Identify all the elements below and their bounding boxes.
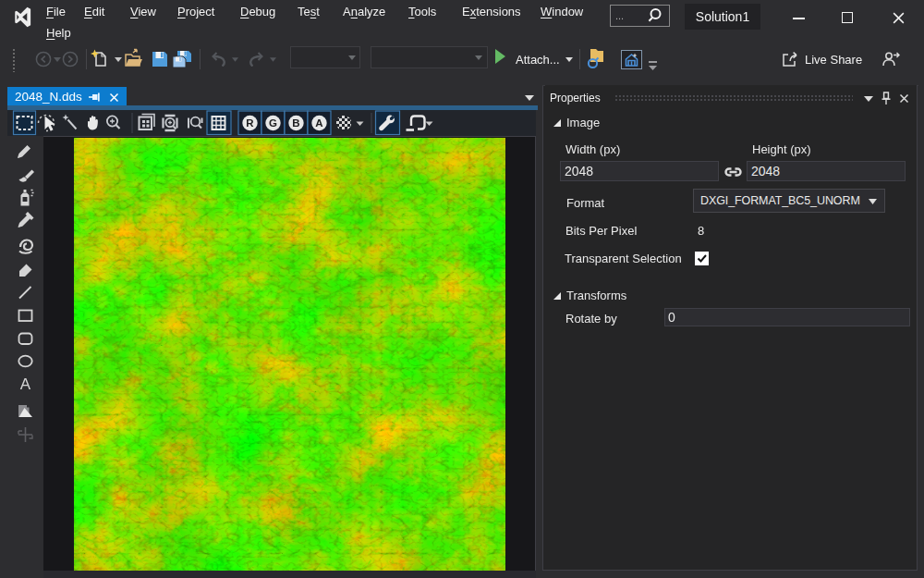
svg-text:A: A [315,117,322,129]
svg-text:G: G [269,117,277,129]
svg-text:B: B [292,117,299,129]
svg-text:R: R [246,117,254,129]
svg-text:A: A [20,375,31,393]
